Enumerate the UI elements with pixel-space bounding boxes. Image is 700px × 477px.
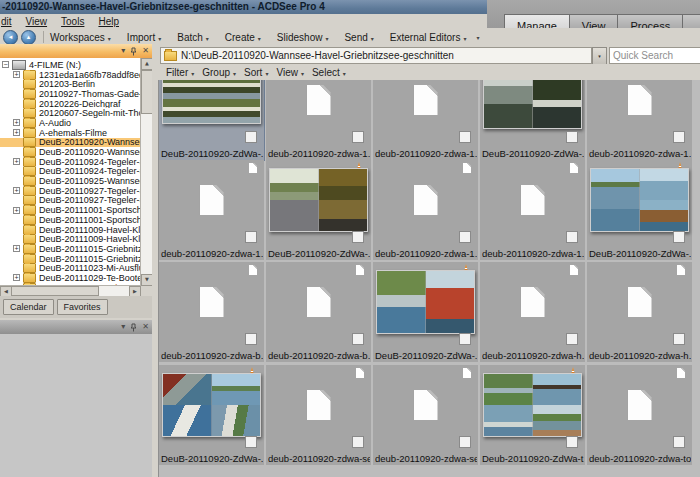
toolbar-menu-external-editors[interactable]: External Editors▾	[390, 32, 467, 43]
tree-item[interactable]: +A-ehemals-Filme	[0, 128, 141, 138]
filter-menu-filter[interactable]: Filter▾	[166, 67, 194, 78]
menu-help[interactable]: Help	[98, 16, 119, 27]
tab-favorites[interactable]: Favorites	[57, 299, 108, 315]
tree-item[interactable]: +1231eda1a66fb78addf8ed	[0, 70, 141, 80]
thumb-checkbox[interactable]	[459, 231, 471, 243]
thumbnail-cell[interactable]: deub-20110920-zdwa-to...	[587, 365, 692, 465]
tree-item[interactable]: +DeuB-20110924-Tegeler-See-geschnitt	[0, 157, 141, 167]
filter-menu-group[interactable]: Group▾	[202, 67, 236, 78]
tree-item[interactable]: 20120607-Segeln-mit-Thomas-und-And	[0, 108, 141, 118]
pane-menu-icon[interactable]: ▾	[121, 322, 125, 332]
tree-item[interactable]: +DeuB-20111015-Griebnitzsee-Potsdam	[0, 244, 141, 254]
thumb-checkbox[interactable]	[245, 131, 257, 143]
toolbar-overflow-icon[interactable]: ▾	[476, 34, 479, 41]
tree-item[interactable]: +A-Audio	[0, 118, 141, 128]
thumbnail-cell[interactable]: deub-20110920-zdwa-b...	[159, 262, 264, 362]
thumb-checkbox[interactable]	[459, 333, 471, 345]
toolbar-menu-send[interactable]: Send▾	[344, 32, 373, 43]
thumbnail-cell[interactable]: DeuB-20110920-ZdWa-...	[373, 262, 478, 362]
thumb-checkbox[interactable]	[459, 131, 471, 143]
thumbnail-cell[interactable]: deub-20110920-zdwa-h...	[480, 262, 585, 362]
thumb-checkbox[interactable]	[673, 436, 685, 448]
thumbnail-cell[interactable]: DeuB-20110920-ZdWa-...	[587, 160, 692, 260]
thumb-checkbox[interactable]	[459, 436, 471, 448]
thumb-checkbox[interactable]	[673, 333, 685, 345]
thumbnail-cell[interactable]: deub-20110920-zdwa-se...	[373, 365, 478, 465]
thumbnail-cell[interactable]: DeuB-20110920-ZdWa-...	[159, 80, 264, 160]
thumbnail-cell[interactable]: deub-20110920-zdwa-1...	[587, 80, 692, 160]
back-icon[interactable]: ◂	[3, 30, 18, 45]
thumbnail-cell[interactable]: deub-20110920-zdwa-1...	[159, 160, 264, 260]
toolbar-menu-import[interactable]: Import▾	[127, 32, 161, 43]
toolbar-menu-workspaces[interactable]: Workspaces▾	[50, 32, 111, 43]
tree-item[interactable]: DeuB-20111009-Havel-Kleiner-Wannse	[0, 234, 141, 244]
thumbnail-cell[interactable]: deub-20110920-zdwa-1...	[480, 160, 585, 260]
filter-menu-select[interactable]: Select▾	[312, 67, 346, 78]
expander-icon[interactable]: +	[13, 245, 20, 252]
tree-item[interactable]: DeuB-20110920-Wannsee-Havel-Grieb	[0, 147, 141, 157]
expander-icon[interactable]: +	[13, 71, 20, 78]
filter-menu-sort[interactable]: Sort▾	[244, 67, 268, 78]
thumbnail-cell[interactable]: deub-20110920-zdwa-b...	[266, 262, 371, 362]
thumb-checkbox[interactable]	[245, 436, 257, 448]
toolbar-menu-batch[interactable]: Batch▾	[177, 32, 209, 43]
thumbnail-cell[interactable]: deub-20110920-zdwa-1...	[266, 80, 371, 160]
thumbnail-cell[interactable]: Deub-20110920-ZdWa-t...	[480, 365, 585, 465]
thumbnail-cell[interactable]: deub-20110920-zdwa-1...	[373, 80, 478, 160]
thumb-checkbox[interactable]	[245, 231, 257, 243]
address-path-field[interactable]: N:\DeuB-20110920-Wannsee-Havel-Griebnitz…	[160, 47, 592, 64]
tree-item[interactable]: DeuB-20110927-Tegeler-See-Spandau	[0, 196, 141, 206]
expander-icon[interactable]: +	[13, 187, 20, 194]
thumb-checkbox[interactable]	[352, 333, 364, 345]
toolbar-menu-create[interactable]: Create▾	[225, 32, 261, 43]
expander-icon[interactable]: +	[13, 207, 20, 214]
thumb-checkbox[interactable]	[352, 231, 364, 243]
tree-item[interactable]: −4-FILME (N:)	[0, 60, 141, 70]
tree-item[interactable]: 201203-Berlin	[0, 79, 141, 89]
thumb-checkbox[interactable]	[673, 231, 685, 243]
filter-menu-view[interactable]: View▾	[276, 67, 304, 78]
thumbnail-cell[interactable]: DeuB-20110920-ZdWa-...	[480, 80, 585, 160]
forward-icon[interactable]: ▴	[21, 30, 36, 45]
tree-item[interactable]: DeuB-20111023-Mi-Ausflugsdampfer	[0, 263, 141, 273]
scroll-up-icon[interactable]: ▲	[141, 58, 152, 70]
expander-icon[interactable]: +	[13, 274, 20, 281]
tree-item[interactable]: 20110927-Thomas-Gade-Boot	[0, 89, 141, 99]
quick-search-input[interactable]	[609, 47, 700, 64]
toolbar-menu-slideshow[interactable]: Slideshow▾	[277, 32, 329, 43]
thumb-checkbox[interactable]	[673, 131, 685, 143]
thumbnail-cell[interactable]: DeuB-20110920-ZdWa-...	[266, 160, 371, 260]
tree-item[interactable]: DeuB-20110925-Wannsee-Havel-Tege	[0, 176, 141, 186]
tree-item[interactable]: DeuB-20110924-Tegeler-See-roh	[0, 167, 141, 177]
scroll-down-icon[interactable]: ▼	[141, 274, 152, 286]
scrollbar-thumb[interactable]	[11, 286, 99, 296]
expander-icon[interactable]: −	[2, 61, 9, 68]
thumb-checkbox[interactable]	[566, 436, 578, 448]
thumb-checkbox[interactable]	[352, 436, 364, 448]
tree-item[interactable]: +DeuB-20110927-Tegeler-See-Spandau	[0, 186, 141, 196]
close-icon[interactable]: ✕	[142, 46, 149, 56]
tree-horizontal-scrollbar[interactable]: ◀ ▶	[0, 285, 141, 296]
tree-vertical-scrollbar[interactable]: ▲ ▼	[140, 58, 152, 286]
tree-item[interactable]: DeuB-20111015-Griebnitzsee-Potsdam	[0, 254, 141, 264]
menu-dit[interactable]: dit	[1, 16, 12, 27]
tree-item[interactable]: DeuB-20110920-Wannsee-Havel-Grieb	[0, 138, 141, 148]
thumb-checkbox[interactable]	[245, 333, 257, 345]
expander-icon[interactable]: +	[13, 158, 20, 165]
tree-item[interactable]: 20120226-Deichgraf	[0, 99, 141, 109]
pin-icon[interactable]	[130, 323, 137, 332]
tree-item[interactable]: +DeuB-20111029-Te-Boote-kranen	[0, 273, 141, 283]
menu-tools[interactable]: Tools	[61, 16, 84, 27]
close-icon[interactable]: ✕	[142, 322, 149, 332]
scrollbar-thumb[interactable]	[141, 70, 152, 114]
tree-item[interactable]: +DeuB-20111001-Sportschiffergottesdie	[0, 205, 141, 215]
pane-menu-icon[interactable]: ▾	[121, 46, 125, 56]
tree-item[interactable]: DeuB-20111001-Sportschiffergottesdie	[0, 215, 141, 225]
tree-item[interactable]: DeuB-20111009-Havel-Kleiner-Wannse	[0, 225, 141, 235]
pin-icon[interactable]	[130, 47, 137, 56]
menu-view[interactable]: View	[26, 16, 48, 27]
expander-icon[interactable]: +	[13, 119, 20, 126]
thumbnail-cell[interactable]: deub-20110920-zdwa-h...	[587, 262, 692, 362]
tab-calendar[interactable]: Calendar	[3, 299, 54, 315]
thumb-checkbox[interactable]	[352, 131, 364, 143]
